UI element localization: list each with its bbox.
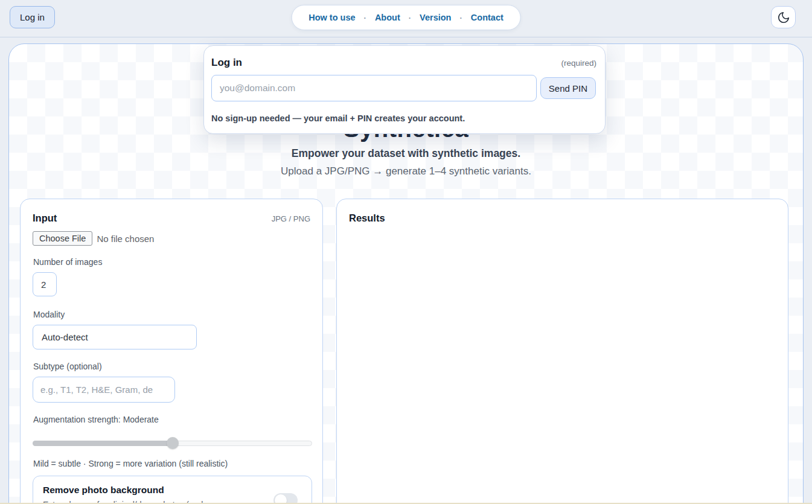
number-of-images-input[interactable] <box>33 272 57 296</box>
main-nav: How to use · About · Version · Contact <box>291 5 521 30</box>
augmentation-strength-slider[interactable] <box>33 437 312 449</box>
login-popover-title: Log in <box>211 57 242 69</box>
required-hint: (required) <box>561 59 596 68</box>
dark-mode-toggle-button[interactable] <box>771 6 796 28</box>
top-header: Log in How to use · About · Version · Co… <box>0 0 812 37</box>
send-pin-button[interactable]: Send PIN <box>540 77 596 99</box>
input-panel-title: Input <box>33 212 57 224</box>
nav-link-contact[interactable]: Contact <box>471 13 504 22</box>
modality-selected-value: Auto-detect <box>42 332 88 342</box>
input-panel: Input JPG / PNG Choose File No file chos… <box>20 199 323 504</box>
nav-separator: · <box>364 13 366 22</box>
slider-fill <box>33 441 173 446</box>
augmentation-strength-label: Augmentation strength: Moderate <box>33 415 159 424</box>
modality-label: Modality <box>33 310 65 319</box>
slider-thumb[interactable] <box>167 437 179 449</box>
login-popover: Log in (required) Send PIN No sign-up ne… <box>203 45 606 134</box>
nav-separator: · <box>459 13 462 22</box>
number-of-images-label: Number of images <box>33 257 102 267</box>
file-format-hint: JPG / PNG <box>272 214 310 223</box>
nav-link-how-to-use[interactable]: How to use <box>308 13 355 22</box>
nav-separator: · <box>409 13 411 22</box>
strength-hint-text: Mild = subtle · Strong = more variation … <box>33 459 228 468</box>
subtype-label: Subtype (optional) <box>33 362 102 371</box>
email-input[interactable] <box>211 75 537 101</box>
choose-file-button[interactable]: Choose File <box>33 231 92 246</box>
background-removal-card: Remove photo background Extra cleanup fo… <box>33 476 312 504</box>
moon-icon <box>777 11 790 24</box>
hero-subtitle: Empower your dataset with synthetic imag… <box>9 147 803 160</box>
login-button[interactable]: Log in <box>10 6 55 28</box>
nav-link-version[interactable]: Version <box>420 13 451 22</box>
nav-link-about[interactable]: About <box>375 13 400 22</box>
results-panel-title: Results <box>349 212 385 224</box>
signup-note: No sign-up needed — your email + PIN cre… <box>211 113 465 123</box>
modality-select[interactable]: Auto-detect <box>33 325 197 349</box>
results-panel: Results <box>336 199 788 504</box>
hero-tagline: Upload a JPG/PNG → generate 1–4 syntheti… <box>9 165 803 177</box>
background-removal-title: Remove photo background <box>43 485 302 496</box>
file-chosen-status: No file chosen <box>97 234 154 244</box>
file-upload-input[interactable]: Choose File No file chosen <box>33 231 154 246</box>
subtype-input[interactable] <box>33 377 175 403</box>
